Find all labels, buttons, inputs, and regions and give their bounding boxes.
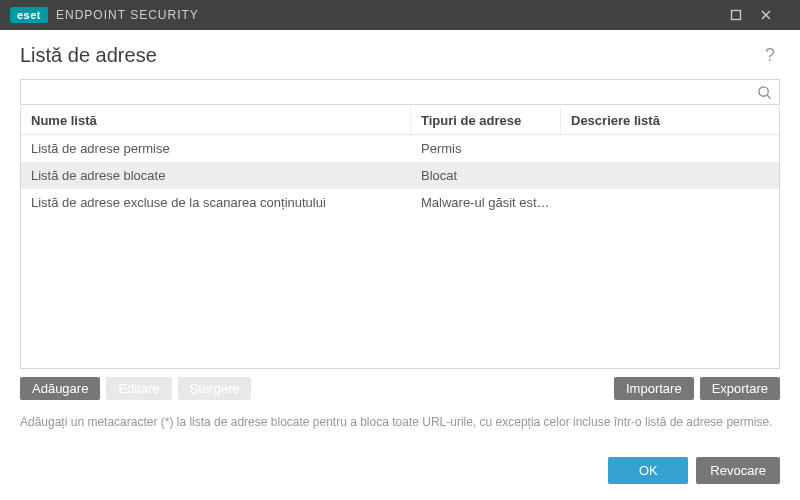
cell-desc — [561, 189, 779, 216]
add-button[interactable]: Adăugare — [20, 377, 100, 400]
page-title: Listă de adrese — [20, 44, 157, 67]
search-bar — [20, 79, 780, 105]
delete-button: Ștergere — [178, 377, 252, 400]
ok-button[interactable]: OK — [608, 457, 688, 484]
cell-name: Listă de adrese excluse de la scanarea c… — [21, 189, 411, 216]
brand-badge: eset — [10, 7, 48, 23]
table-row[interactable]: Listă de adrese excluse de la scanarea c… — [21, 189, 779, 216]
svg-point-3 — [758, 86, 767, 95]
app-title: ENDPOINT SECURITY — [56, 8, 199, 22]
hint-text: Adăugați un metacaracter (*) la lista de… — [20, 414, 780, 431]
cell-desc — [561, 135, 779, 162]
col-header-type[interactable]: Tipuri de adrese — [411, 107, 561, 134]
import-button[interactable]: Importare — [614, 377, 694, 400]
cell-name: Listă de adrese permise — [21, 135, 411, 162]
table-row[interactable]: Listă de adrese permisePermis — [21, 135, 779, 162]
table-body: Listă de adrese permisePermisListă de ad… — [21, 135, 779, 368]
cancel-button[interactable]: Revocare — [696, 457, 780, 484]
titlebar: eset ENDPOINT SECURITY — [0, 0, 800, 30]
table-row[interactable]: Listă de adrese blocateBlocat — [21, 162, 779, 189]
search-input[interactable] — [21, 80, 749, 104]
col-header-name[interactable]: Nume listă — [21, 107, 411, 134]
cell-type: Blocat — [411, 162, 561, 189]
cell-desc — [561, 162, 779, 189]
export-button[interactable]: Exportare — [700, 377, 780, 400]
cell-name: Listă de adrese blocate — [21, 162, 411, 189]
address-list-table: Nume listă Tipuri de adrese Descriere li… — [20, 107, 780, 369]
search-icon[interactable] — [749, 80, 779, 104]
close-icon[interactable] — [760, 9, 790, 21]
cell-type: Permis — [411, 135, 561, 162]
cell-type: Malware-ul găsit este ign... — [411, 189, 561, 216]
col-header-desc[interactable]: Descriere listă — [561, 107, 779, 134]
table-header: Nume listă Tipuri de adrese Descriere li… — [21, 107, 779, 135]
svg-line-4 — [767, 95, 770, 98]
edit-button: Editare — [106, 377, 171, 400]
svg-rect-0 — [732, 11, 741, 20]
help-icon[interactable]: ? — [760, 45, 780, 66]
maximize-icon[interactable] — [730, 9, 760, 21]
